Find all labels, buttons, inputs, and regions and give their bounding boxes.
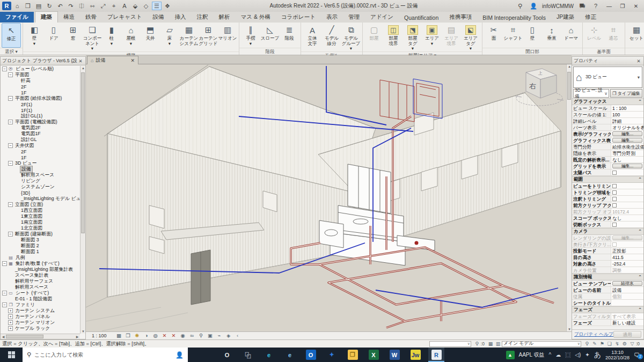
tree-item[interactable]: 設計GL	[1, 137, 80, 143]
tree-item[interactable]: 断面図 2	[1, 243, 80, 249]
ribbon-button-通芯[interactable]: ⌗通芯	[604, 23, 623, 48]
tree-item[interactable]: +ケーブル ラック	[1, 326, 80, 331]
ribbon-button-スロープ[interactable]: ◺スロープ	[260, 23, 280, 48]
help-icon[interactable]: ?	[591, 2, 601, 10]
tree-expander[interactable]: −	[2, 261, 7, 266]
edit-button[interactable]: 編集...	[612, 164, 642, 168]
analytical-model-icon[interactable]: ⌁	[216, 333, 223, 339]
tree-item[interactable]: システムゾーン	[1, 184, 80, 190]
ribbon-button-セット[interactable]: ▦セット	[627, 23, 644, 48]
tree-item[interactable]: 2F(1)	[1, 101, 80, 107]
edit-button[interactable]: 編集...	[612, 131, 642, 136]
workset-dropdown[interactable]: メイン モデル	[502, 341, 581, 347]
tree-item[interactable]: +カーテン マリオン	[1, 320, 80, 326]
ribbon-tab-推携事項[interactable]: 推携事項	[444, 12, 477, 23]
undo-icon[interactable]: ↶	[55, 2, 65, 10]
ribbon-tab-構造[interactable]: 構造	[58, 12, 80, 23]
tree-expander[interactable]: +	[8, 326, 13, 331]
taskbar-app-dropbox[interactable]: ✦	[324, 348, 340, 362]
collapse-icon[interactable]: ‹	[234, 333, 241, 339]
sun-path-icon[interactable]: ✺	[134, 333, 141, 339]
ribbon-button-レベル[interactable]: ⊹レベル	[584, 23, 604, 48]
tree-item[interactable]: 解析用サーフェス	[1, 278, 80, 284]
tree-item[interactable]: 解析用スペース	[1, 172, 80, 178]
checkbox[interactable]	[612, 197, 617, 201]
ribbon-tab-管理[interactable]: 管理	[343, 12, 365, 23]
tree-expander[interactable]: −	[2, 302, 7, 307]
redo-icon[interactable]: ↷	[66, 2, 76, 10]
tree-item[interactable]: 2F	[1, 149, 80, 154]
ribbon-button-面[interactable]: ✂面	[484, 23, 503, 48]
ribbon-button-壁[interactable]: ▯壁	[523, 23, 542, 48]
tree-item[interactable]: 電気図1F	[1, 131, 80, 137]
ribbon-tab-修正[interactable]: 修正	[580, 12, 602, 23]
ribbon-button-カーテングリッド[interactable]: ⊞カーテン グリッド	[199, 23, 218, 51]
tree-item[interactable]: 1東立面図	[1, 213, 80, 219]
tree-item[interactable]: _InsightLighting モデル ビュー	[1, 196, 80, 202]
ribbon-button-マリオン[interactable]: ▥マリオン	[218, 23, 237, 51]
print-icon[interactable]: ⎅	[77, 2, 86, 10]
ribbon-tab-注釈[interactable]: 注釈	[191, 12, 213, 23]
reveal-hidden-icon[interactable]: ⚲	[197, 333, 205, 339]
tree-item[interactable]: 1西立面図	[1, 208, 80, 213]
tree-item[interactable]: _InsightLighting 部屋集計表	[1, 267, 80, 272]
ribbon-button-床[interactable]: ▱床 ▾	[160, 23, 179, 51]
tree-item[interactable]: 断面図 3	[1, 237, 80, 243]
ribbon-button-階段[interactable]: ≣階段	[280, 23, 299, 48]
ribbon-tab-表示[interactable]: 表示	[321, 12, 343, 23]
ribbon-button-モデルグループ[interactable]: ⧉モデル グループ ▾	[341, 23, 361, 51]
detail-level-icon[interactable]: ▦	[115, 333, 123, 339]
taskbar-app-revit[interactable]: R	[428, 348, 444, 362]
tree-expander[interactable]: −	[2, 67, 7, 71]
ribbon-button-エリア境界[interactable]: ▤エリア 境界	[442, 23, 461, 51]
ribbon-tab-マス & 外構[interactable]: マス & 外構	[235, 12, 275, 23]
ribbon-button-ドア[interactable]: ▯ドア	[44, 23, 63, 51]
ribbon-button-屋根[interactable]: ⌂屋根 ▾	[121, 23, 141, 51]
tree-item[interactable]: 1F(1)	[1, 107, 80, 113]
ribbon-button-手摺[interactable]: ∥手摺 ▾	[241, 23, 260, 48]
ribbon-tab-コラボレート[interactable]: コラボレート	[276, 12, 321, 23]
signed-in-user[interactable]: infoWCMMW	[542, 3, 574, 9]
tree-item[interactable]: スペース集計表	[1, 272, 80, 278]
ribbon-tab-BIM Interoperability Tools[interactable]: BIM Interoperability Tools	[477, 13, 551, 23]
tree-item[interactable]: 設備	[1, 166, 80, 172]
tree-item[interactable]: −断面図 (建築断面)	[1, 231, 80, 237]
thin-lines-icon[interactable]: ☰	[152, 2, 162, 10]
ribbon-button-モデル線分[interactable]: ╱モデル 線分	[322, 23, 341, 51]
properties-section-header[interactable]: フェーズ⌃	[572, 306, 643, 313]
tree-item[interactable]: 1南立面図	[1, 219, 80, 225]
design-option-dropdown[interactable]	[429, 341, 471, 347]
pin-icon[interactable]: ⚑	[598, 341, 606, 346]
properties-section-header[interactable]: 識別情報⌃	[572, 274, 643, 280]
ribbon-button-ドーマ[interactable]: ⌂ドーマ	[561, 23, 581, 48]
ribbon-tab-アドイン[interactable]: アドイン	[365, 12, 399, 23]
tree-item[interactable]: −▭シート (すべて)	[1, 290, 80, 296]
tree-item[interactable]: ▤凡例	[1, 255, 80, 261]
shadows-icon[interactable]: ◑	[143, 333, 150, 339]
ribbon-button-エリアタグ[interactable]: ⬕エリア タグ ▾	[461, 23, 480, 51]
ribbon-button-部屋境界[interactable]: ◫部屋 境界	[384, 23, 403, 51]
taskbar-search[interactable]: ⚲ ここに入力して検索 👤	[23, 348, 188, 362]
ribbon-button-垂直[interactable]: ↕垂直	[542, 23, 561, 48]
aligned-dimension-icon[interactable]: ⤢	[98, 2, 108, 10]
ribbon-button-立体文字[interactable]: A立体 文字	[303, 23, 322, 51]
constraints-icon[interactable]: ◈	[225, 333, 232, 339]
tree-item[interactable]: −▦集計表/数量 (すべて)	[1, 261, 80, 267]
exclude-options-icon[interactable]: ✎	[591, 341, 598, 346]
tree-expander[interactable]: −	[8, 202, 13, 207]
properties-section-header[interactable]: カメラ⌃	[572, 228, 643, 235]
type-selector[interactable]: ⌂ 3D ビュー ▾	[573, 67, 642, 88]
canvas-vertical-scrollbar[interactable]: ▲ ▼	[566, 64, 572, 331]
tree-item[interactable]: 2F	[1, 84, 80, 90]
checkbox[interactable]	[612, 242, 617, 247]
ribbon-tab-プレキャスト[interactable]: プレキャスト	[102, 12, 147, 23]
ribbon-button-柱[interactable]: ▮柱 ▾	[102, 23, 121, 51]
measure-icon[interactable]: ⇿	[87, 2, 97, 10]
ribbon-tab-建築[interactable]: 建築	[35, 11, 58, 23]
notification-icon[interactable]: 🗨2	[634, 352, 640, 358]
section-icon[interactable]: ◇	[141, 2, 151, 10]
user-icon[interactable]: 👤	[529, 2, 538, 10]
ribbon-tab-挿入[interactable]: 挿入	[169, 12, 191, 23]
tree-item[interactable]: −⦿ビュー (レベル順)	[1, 66, 80, 72]
tree-expander[interactable]: +	[8, 320, 13, 325]
